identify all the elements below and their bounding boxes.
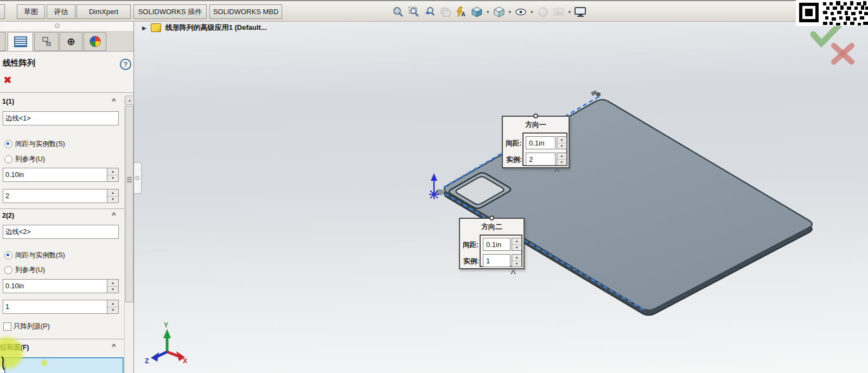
- direction1-collapse-chevron[interactable]: ^: [112, 97, 116, 105]
- view-settings-icon[interactable]: [574, 5, 587, 18]
- callout-title: 方向一: [503, 120, 569, 130]
- svg-text:A: A: [461, 11, 465, 17]
- view-orientation-icon[interactable]: [470, 5, 483, 18]
- direction1-group-header[interactable]: 1(1): [2, 98, 14, 105]
- direction2-radio-spacing-label[interactable]: 间距与实例数(S): [15, 251, 65, 260]
- edit-appearance-icon[interactable]: [537, 5, 550, 18]
- heads-up-view-toolbar: A ▾ ▾ ▾ ▾: [392, 5, 587, 18]
- direction2-radio-up-to-reference[interactable]: [4, 266, 12, 274]
- direction2-edge-field[interactable]: 边线<2>: [3, 225, 119, 239]
- callout-drag-handle[interactable]: [533, 113, 538, 118]
- callout-drag-handle[interactable]: [489, 216, 494, 220]
- spacing-stepper[interactable]: ▲▼: [107, 168, 118, 181]
- apply-scene-icon[interactable]: [552, 5, 565, 18]
- graphics-viewport[interactable]: [133, 20, 868, 373]
- tab-dimxpert-manager[interactable]: ⊕: [60, 32, 82, 51]
- instances-stepper[interactable]: ▲▼: [107, 189, 118, 203]
- direction1-instances-field[interactable]: 2 ▲▼: [3, 189, 119, 203]
- instances-stepper[interactable]: ▲▼: [107, 300, 118, 313]
- spacing-input[interactable]: 0.1in: [526, 136, 556, 149]
- direction2-instances-field[interactable]: 1 ▲▼: [3, 300, 119, 314]
- spacing-input[interactable]: 0.1in: [483, 238, 510, 251]
- spacing-label: 间距:: [506, 139, 521, 148]
- property-manager-icon: [14, 36, 27, 47]
- callout2-collapse-chevron[interactable]: ^: [510, 268, 516, 279]
- cursor-mark: [0, 356, 8, 372]
- direction2-radio-spacing-instances[interactable]: [4, 251, 12, 260]
- divider: [0, 92, 133, 93]
- tab-display-manager[interactable]: [84, 32, 106, 51]
- command-manager-bar: 征 草图 评估 DimXpert SOLIDWORKS 插件 SOLIDWORK…: [0, 0, 868, 22]
- collapse-handle-dot: [135, 176, 139, 180]
- instances-input[interactable]: 1: [483, 254, 510, 267]
- direction2-radio-reference-label[interactable]: 到参考(U): [15, 265, 45, 275]
- manager-tab-bar: ⊕: [0, 31, 133, 52]
- spacing-label: 间距:: [463, 241, 478, 250]
- help-icon[interactable]: ?: [120, 59, 131, 70]
- direction1-spacing-field[interactable]: 0.10in ▲▼: [3, 168, 119, 182]
- spacing-stepper[interactable]: ▲▼: [107, 280, 118, 293]
- zoom-to-area-icon[interactable]: [407, 5, 420, 18]
- direction1-radio-spacing-label[interactable]: 间距与实例数(S): [15, 140, 65, 149]
- tab-sketch[interactable]: 草图: [17, 4, 45, 19]
- instances-label: 实例:: [506, 155, 522, 165]
- cancel-icon[interactable]: ✖: [3, 74, 12, 86]
- direction1-edge-field[interactable]: 边线<1>: [3, 111, 119, 125]
- scrollbar-grip: [127, 177, 132, 178]
- divider: [0, 339, 133, 339]
- property-manager-panel: ⊕ 线性阵列 ? ✖ 1(1) ^ 边线<1> 间距与实例数(S) 到参考(U)…: [0, 20, 134, 373]
- apply-scene-dropdown-arrow[interactable]: ▾: [569, 9, 571, 15]
- instances-stepper[interactable]: ▲▼: [512, 254, 522, 267]
- tab-evaluate[interactable]: 评估: [47, 4, 75, 19]
- annotation-view-icon[interactable]: A: [455, 5, 468, 18]
- scrollbar-up-arrow[interactable]: ▲: [125, 96, 134, 105]
- hide-show-dropdown-arrow[interactable]: ▾: [531, 9, 533, 15]
- scrollbar-thumb[interactable]: [125, 106, 133, 302]
- direction1-radio-up-to-reference[interactable]: [4, 155, 12, 163]
- tab-property-manager[interactable]: [8, 32, 33, 51]
- display-style-dropdown-arrow[interactable]: ▾: [509, 9, 512, 15]
- display-style-icon[interactable]: [493, 5, 506, 18]
- direction2-group-header[interactable]: 2(2): [2, 212, 14, 219]
- tab-configuration-manager[interactable]: [34, 32, 59, 51]
- flyout-expand-arrow[interactable]: ▶: [142, 25, 146, 31]
- tab-solidworks-addins[interactable]: SOLIDWORKS 插件: [133, 4, 207, 19]
- panel-scrollbar[interactable]: ▲: [124, 96, 133, 373]
- tab-solidworks-mbd[interactable]: SOLIDWORKS MBD: [209, 4, 282, 19]
- dimxpert-manager-icon: ⊕: [67, 36, 75, 47]
- direction1-radio-spacing-instances[interactable]: [4, 140, 12, 148]
- previous-view-icon[interactable]: [423, 5, 436, 18]
- features-to-pattern-listbox[interactable]: [4, 357, 124, 373]
- zoom-to-fit-icon[interactable]: [392, 5, 405, 18]
- direction2-collapse-chevron[interactable]: ^: [112, 211, 116, 219]
- hide-show-items-icon[interactable]: [514, 5, 527, 18]
- spacing-stepper[interactable]: ▲▼: [557, 136, 567, 149]
- pattern-seed-only-checkbox[interactable]: [3, 323, 11, 331]
- cursor-highlight-dot: [41, 360, 47, 366]
- pattern-seed-only-label[interactable]: 只阵列源(P): [14, 322, 50, 331]
- direction1-radio-reference-label[interactable]: 到参考(U): [15, 155, 45, 164]
- instances-stepper[interactable]: ▲▼: [557, 153, 567, 166]
- spacing-stepper[interactable]: ▲▼: [512, 238, 522, 251]
- tab-feature-manager[interactable]: [0, 32, 5, 51]
- configuration-manager-icon: [41, 36, 52, 47]
- flyout-feature-tree[interactable]: ▶ 线形阵列的高级应用1 (Default...: [142, 23, 267, 33]
- tab-dimxpert[interactable]: DimXpert: [76, 4, 131, 19]
- callout-direction2[interactable]: 方向二 间距: 实例: 0.1in ▲▼ 1 ▲▼: [459, 218, 525, 269]
- features-faces-collapse-chevron[interactable]: ^: [112, 342, 116, 350]
- callout-direction1[interactable]: 方向一 间距: 实例: 0.1in ▲▼ 2 ▲▼: [502, 116, 570, 168]
- panel-top-splitter[interactable]: [0, 20, 133, 31]
- panel-collapse-handle[interactable]: [133, 162, 142, 194]
- instances-input[interactable]: 2: [526, 153, 556, 166]
- view-orientation-dropdown-arrow[interactable]: ▾: [487, 9, 489, 15]
- callout-title: 方向二: [460, 222, 524, 232]
- tab-features-partial[interactable]: 征: [0, 4, 5, 19]
- callout1-collapse-chevron[interactable]: ^: [554, 166, 560, 177]
- part-name[interactable]: 线形阵列的高级应用1 (Default...: [165, 23, 267, 33]
- splitter-dot: [55, 23, 60, 28]
- instances-label: 实例:: [463, 257, 479, 266]
- section-view-icon[interactable]: [439, 5, 452, 18]
- divider: [0, 208, 133, 209]
- direction2-spacing-field[interactable]: 0.10in ▲▼: [3, 279, 119, 293]
- qr-code: [796, 0, 868, 26]
